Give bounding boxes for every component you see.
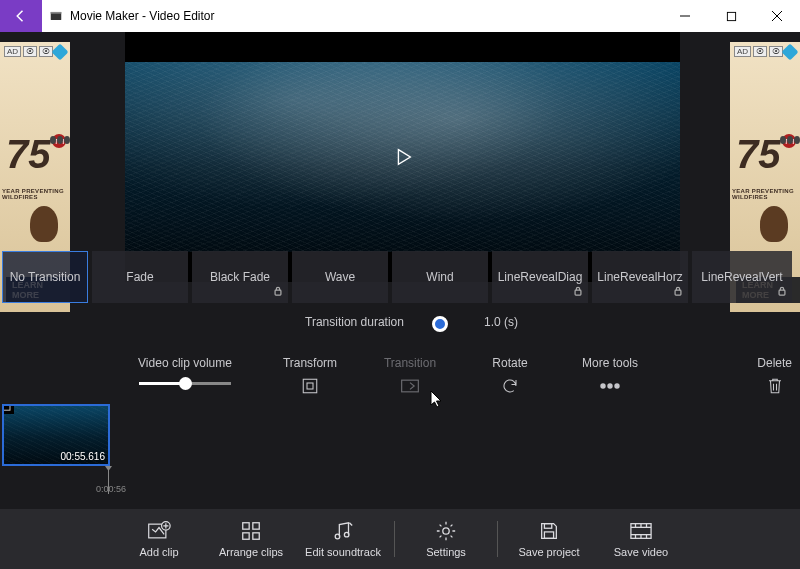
svg-rect-8	[675, 290, 681, 295]
duration-label: Transition duration	[305, 315, 404, 329]
clip-tools: Video clip volume Transform Transition R…	[125, 356, 680, 396]
svg-point-14	[608, 384, 612, 388]
volume-slider[interactable]	[139, 382, 231, 385]
workspace: AD⦿⦿ 75 TH YEAR PREVENTING WILDFIRES LEA…	[0, 32, 800, 509]
svg-rect-16	[2, 404, 10, 410]
tool-label: Delete	[757, 356, 792, 370]
playhead-time: 0:00:56	[96, 484, 126, 494]
settings-button[interactable]: Settings	[401, 520, 491, 558]
tool-label: More tools	[582, 356, 638, 370]
transform-button[interactable]: Transform	[275, 356, 345, 396]
maximize-button[interactable]	[708, 0, 754, 32]
video-preview[interactable]	[125, 32, 680, 282]
svg-rect-19	[243, 523, 249, 529]
svg-rect-1	[51, 12, 62, 14]
transition-linerevealhorz[interactable]: LineRevealHorz	[592, 251, 688, 303]
transition-linerevealdiag[interactable]: LineRevealDiag	[492, 251, 588, 303]
svg-rect-3	[727, 12, 735, 20]
svg-rect-20	[253, 523, 259, 529]
titlebar: Movie Maker - Video Editor	[0, 0, 800, 32]
svg-rect-26	[544, 524, 551, 529]
separator	[394, 521, 395, 557]
svg-rect-12	[402, 380, 419, 392]
svg-point-13	[601, 384, 605, 388]
volume-label: Video clip volume	[138, 356, 232, 370]
rotate-button[interactable]: Rotate	[475, 356, 545, 396]
transition-label: LineRevealHorz	[597, 270, 682, 284]
ad-badges: AD⦿⦿	[4, 46, 53, 57]
transition-label: LineRevealDiag	[498, 270, 583, 284]
transition-linerevealvert[interactable]: LineRevealVert	[692, 251, 792, 303]
balloons-icon	[50, 136, 70, 144]
timeline-clip[interactable]: 00:55.616	[2, 404, 110, 466]
app-icon	[48, 8, 64, 24]
transform-icon	[301, 376, 319, 396]
svg-point-25	[443, 528, 449, 534]
transition-no-transition[interactable]: No Transition	[2, 251, 88, 303]
svg-rect-6	[275, 290, 281, 295]
svg-rect-22	[253, 533, 259, 539]
separator	[497, 521, 498, 557]
transition-list: No Transition Fade Black Fade Wave Wind …	[0, 251, 800, 307]
bottom-toolbar: Add clip Arrange clips Edit soundtrack S…	[0, 509, 800, 569]
svg-rect-11	[307, 383, 313, 389]
toolbar-label: Add clip	[139, 546, 178, 558]
ad-number: 75	[6, 132, 51, 177]
more-icon	[599, 376, 621, 396]
volume-tool: Video clip volume	[125, 356, 245, 385]
lock-icon	[273, 285, 283, 299]
svg-rect-10	[303, 379, 317, 393]
back-button[interactable]	[0, 0, 42, 32]
duration-row: Transition duration 1.0 (s)	[125, 315, 680, 329]
add-clip-button[interactable]: Add clip	[114, 520, 204, 558]
bear-icon	[760, 206, 788, 242]
rotate-icon	[501, 376, 519, 396]
tool-label: Rotate	[492, 356, 527, 370]
ad-badges: AD⦿⦿	[734, 46, 783, 57]
transition-label: No Transition	[10, 270, 81, 284]
toolbar-label: Edit soundtrack	[305, 546, 381, 558]
transition-black-fade[interactable]: Black Fade	[192, 251, 288, 303]
more-tools-button[interactable]: More tools	[575, 356, 645, 396]
ad-tagline: YEAR PREVENTING WILDFIRES	[2, 188, 70, 200]
transition-label: Fade	[126, 270, 153, 284]
save-project-button[interactable]: Save project	[504, 520, 594, 558]
duration-value: 1.0 (s)	[484, 315, 518, 329]
arrange-clips-button[interactable]: Arrange clips	[206, 520, 296, 558]
balloons-icon	[780, 136, 800, 144]
transition-icon	[400, 376, 420, 396]
duration-knob[interactable]	[432, 316, 448, 332]
svg-rect-7	[575, 290, 581, 295]
toolbar-label: Settings	[426, 546, 466, 558]
transition-wave[interactable]: Wave	[292, 251, 388, 303]
transition-label: Black Fade	[210, 270, 270, 284]
transition-label: Wave	[325, 270, 355, 284]
transition-wind[interactable]: Wind	[392, 251, 488, 303]
bear-icon	[30, 206, 58, 242]
lock-icon	[777, 285, 787, 299]
cursor-icon	[430, 390, 444, 412]
ad-tagline: YEAR PREVENTING WILDFIRES	[732, 188, 800, 200]
delete-button[interactable]: Delete	[757, 356, 792, 399]
transition-label: Wind	[426, 270, 453, 284]
toolbar-label: Save project	[518, 546, 579, 558]
edit-soundtrack-button[interactable]: Edit soundtrack	[298, 520, 388, 558]
transition-fade[interactable]: Fade	[92, 251, 188, 303]
ad-number: 75	[736, 132, 781, 177]
lock-icon	[673, 285, 683, 299]
minimize-button[interactable]	[662, 0, 708, 32]
lock-icon	[573, 285, 583, 299]
play-button[interactable]	[385, 139, 421, 175]
window-title: Movie Maker - Video Editor	[70, 9, 215, 23]
svg-point-15	[615, 384, 619, 388]
close-button[interactable]	[754, 0, 800, 32]
toolbar-label: Arrange clips	[219, 546, 283, 558]
trash-icon	[766, 376, 784, 399]
tool-label: Transition	[384, 356, 436, 370]
clip-duration: 00:55.616	[61, 451, 106, 462]
clip-overlay-icon	[2, 404, 14, 414]
save-video-button[interactable]: Save video	[596, 520, 686, 558]
svg-rect-27	[544, 532, 553, 538]
volume-knob[interactable]	[179, 377, 192, 390]
toolbar-label: Save video	[614, 546, 668, 558]
